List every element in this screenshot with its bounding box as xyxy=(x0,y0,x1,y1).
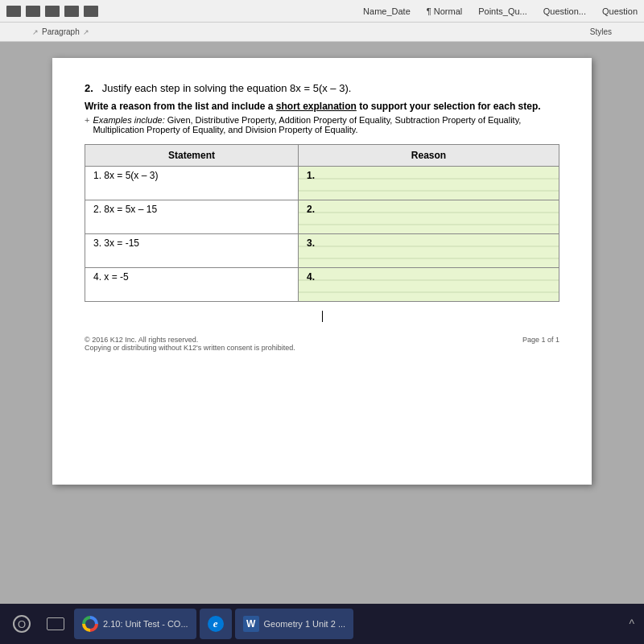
reason-cell[interactable]: 2. xyxy=(299,200,559,234)
word-icon: W xyxy=(243,616,259,632)
examples-label: Examples include: xyxy=(93,115,164,125)
format-icon3 xyxy=(45,6,60,17)
toolbar-left xyxy=(6,6,98,17)
task-view-button[interactable] xyxy=(40,609,71,639)
table-row: 3. 3x = -153. xyxy=(85,234,559,268)
statement-cell[interactable]: 4. x = -5 xyxy=(85,268,299,302)
col-reason: Reason xyxy=(299,145,559,167)
toolbar: Name_Date ¶ Normal Points_Qu... Question… xyxy=(0,0,644,23)
reason-number: 2. xyxy=(307,204,315,215)
chrome-icon xyxy=(82,616,98,632)
reason-cell[interactable]: 4. xyxy=(299,268,559,302)
taskbar-arrow[interactable]: ^ xyxy=(625,617,638,630)
table-row: 1. 8x = 5(x – 3)1. xyxy=(85,167,559,200)
start-button[interactable]: O xyxy=(6,609,37,639)
sort-icon xyxy=(84,6,98,17)
proof-table: Statement Reason 1. 8x = 5(x – 3)1.2. 8x… xyxy=(85,144,559,302)
reason-cell[interactable]: 3. xyxy=(299,234,559,268)
reason-number: 4. xyxy=(307,271,315,283)
format-icon2 xyxy=(26,6,40,17)
ribbon-row: ↗ Paragraph ↗ Styles xyxy=(0,23,644,42)
reason-number: 3. xyxy=(307,237,315,249)
expand-icon: + xyxy=(85,115,89,125)
search-label: O xyxy=(18,618,26,630)
toolbar-right: Name_Date ¶ Normal Points_Qu... Question… xyxy=(363,6,638,16)
statement-cell[interactable]: 3. 3x = -15 xyxy=(85,234,299,268)
ie-icon: e xyxy=(208,616,224,632)
doc-footer: © 2016 K12 Inc. All rights reserved. Cop… xyxy=(85,336,559,352)
statement-cell[interactable]: 2. 8x = 5x – 15 xyxy=(85,200,299,234)
paragraph-label: Paragraph xyxy=(42,27,80,36)
indent-icon xyxy=(64,6,79,17)
search-circle-icon: O xyxy=(13,615,31,633)
menu-question1[interactable]: Question... xyxy=(543,6,586,16)
table-row: 2. 8x = 5x – 152. xyxy=(85,200,559,234)
word-taskbar-button[interactable]: W Geometry 1 Unit 2 ... xyxy=(235,609,353,639)
doc-page: 2. Justify each step in solving the equa… xyxy=(52,58,592,485)
menu-points[interactable]: Points_Qu... xyxy=(478,6,527,16)
footer-copyright: © 2016 K12 Inc. All rights reserved. xyxy=(85,336,295,344)
reason-cell[interactable]: 1. xyxy=(299,167,559,200)
footer-notice: Copying or distributing without K12's wr… xyxy=(85,344,295,352)
word-label: Geometry 1 Unit 2 ... xyxy=(264,619,345,629)
col-statement: Statement xyxy=(85,145,299,167)
problem-number: 2. Justify each step in solving the equa… xyxy=(85,82,559,94)
styles-label: Styles xyxy=(590,27,612,36)
taskbar: O 2.10: Unit Test - CO... e W Geometry 1… xyxy=(0,604,644,644)
menu-name-date[interactable]: Name_Date xyxy=(363,6,411,16)
text-cursor xyxy=(322,311,323,322)
problem-examples: + Examples include: Given, Distributive … xyxy=(85,115,559,134)
menu-normal[interactable]: ¶ Normal xyxy=(427,6,462,16)
reason-number: 1. xyxy=(307,170,315,181)
format-icon xyxy=(6,6,21,17)
chrome-label: 2.10: Unit Test - CO... xyxy=(103,619,188,629)
doc-area: 2. Justify each step in solving the equa… xyxy=(0,42,644,517)
problem-instructions: Write a reason from the list and include… xyxy=(85,101,559,112)
statement-cell[interactable]: 1. 8x = 5(x – 3) xyxy=(85,167,299,200)
table-row: 4. x = -54. xyxy=(85,268,559,302)
footer-page: Page 1 of 1 xyxy=(522,336,559,352)
problem-text: Justify each step in solving the equatio… xyxy=(102,82,352,94)
cursor-area[interactable] xyxy=(85,308,559,323)
chrome-taskbar-button[interactable]: 2.10: Unit Test - CO... xyxy=(74,609,196,639)
task-view-icon xyxy=(47,617,64,630)
menu-question2[interactable]: Question xyxy=(602,6,638,16)
ie-taskbar-button[interactable]: e xyxy=(200,609,232,639)
